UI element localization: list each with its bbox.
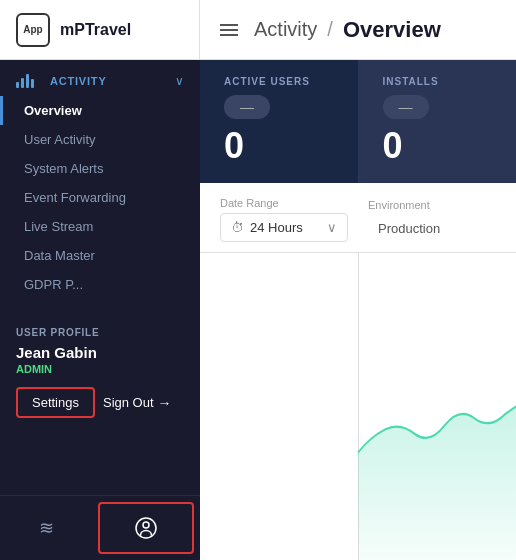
active-users-value: 0 xyxy=(224,125,334,167)
waves-tab[interactable]: ≋ xyxy=(0,496,92,560)
signout-button[interactable]: Sign Out → xyxy=(103,395,172,411)
content-area: ACTIVE USERS — 0 INSTALLS — 0 Date Range… xyxy=(200,60,516,560)
user-role: ADMIN xyxy=(16,363,184,375)
sidebar-item-data-master[interactable]: Data Master xyxy=(0,241,200,270)
sidebar-section-header: ACTIVITY ∨ xyxy=(0,60,200,96)
sidebar-item-overview[interactable]: Overview xyxy=(0,96,200,125)
user-name: Jean Gabin xyxy=(16,344,184,361)
svg-point-1 xyxy=(143,522,149,528)
filters-row: Date Range ⏱ 24 Hours ∨ Environment Prod… xyxy=(200,183,516,253)
breadcrumb-overview: Overview xyxy=(343,17,441,43)
date-range-filter: Date Range ⏱ 24 Hours ∨ xyxy=(220,197,348,242)
sidebar-item-gdpr[interactable]: GDPR P... xyxy=(0,270,200,299)
sidebar-bottom-tabs: ≋ xyxy=(0,495,200,560)
chart-area xyxy=(200,253,516,560)
user-circle-icon xyxy=(134,516,158,540)
top-header: App mPTravel Activity / Overview xyxy=(0,0,516,60)
installs-value: 0 xyxy=(383,125,493,167)
sidebar-section-title: ACTIVITY xyxy=(50,75,107,87)
date-range-value: 24 Hours xyxy=(250,220,303,235)
date-range-select[interactable]: ⏱ 24 Hours ∨ xyxy=(220,213,348,242)
sidebar-item-live-stream[interactable]: Live Stream xyxy=(0,212,200,241)
breadcrumb-activity: Activity xyxy=(254,18,317,41)
breadcrumb: Activity / Overview xyxy=(254,17,441,43)
installs-label: INSTALLS xyxy=(383,76,493,87)
environment-filter: Environment Production xyxy=(368,199,496,242)
waves-icon: ≋ xyxy=(39,517,54,539)
active-users-label: ACTIVE USERS xyxy=(224,76,334,87)
sidebar-buttons: Settings Sign Out → xyxy=(16,387,184,418)
chart-svg xyxy=(200,253,516,560)
main-layout: ACTIVITY ∨ Overview User Activity System… xyxy=(0,60,516,560)
active-users-toggle[interactable]: — xyxy=(224,95,270,119)
sidebar-nav: Overview User Activity System Alerts Eve… xyxy=(0,96,200,299)
chevron-down-icon: ∨ xyxy=(327,220,337,235)
breadcrumb-separator: / xyxy=(327,18,333,41)
user-profile-label: USER PROFILE xyxy=(16,327,184,338)
arrow-right-icon: → xyxy=(158,395,172,411)
clock-icon: ⏱ xyxy=(231,220,244,235)
user-profile-section: USER PROFILE Jean Gabin ADMIN Settings S… xyxy=(0,315,200,430)
sidebar-item-user-activity[interactable]: User Activity xyxy=(0,125,200,154)
sidebar: ACTIVITY ∨ Overview User Activity System… xyxy=(0,60,200,560)
logo-area: App mPTravel xyxy=(0,0,200,59)
active-users-card: ACTIVE USERS — 0 xyxy=(200,60,359,183)
sidebar-item-system-alerts[interactable]: System Alerts xyxy=(0,154,200,183)
environment-value: Production xyxy=(368,215,496,242)
app-icon: App xyxy=(16,13,50,47)
user-tab[interactable] xyxy=(98,502,194,554)
stats-row: ACTIVE USERS — 0 INSTALLS — 0 xyxy=(200,60,516,183)
settings-button[interactable]: Settings xyxy=(16,387,95,418)
installs-toggle[interactable]: — xyxy=(383,95,429,119)
environment-label: Environment xyxy=(368,199,496,211)
chevron-icon[interactable]: ∨ xyxy=(175,74,184,88)
sidebar-item-event-forwarding[interactable]: Event Forwarding xyxy=(0,183,200,212)
app-title: mPTravel xyxy=(60,21,131,39)
date-range-label: Date Range xyxy=(220,197,348,209)
installs-card: INSTALLS — 0 xyxy=(359,60,517,183)
activity-bar-icon xyxy=(16,74,34,88)
header-right: Activity / Overview xyxy=(200,17,516,43)
hamburger-icon[interactable] xyxy=(220,24,238,36)
